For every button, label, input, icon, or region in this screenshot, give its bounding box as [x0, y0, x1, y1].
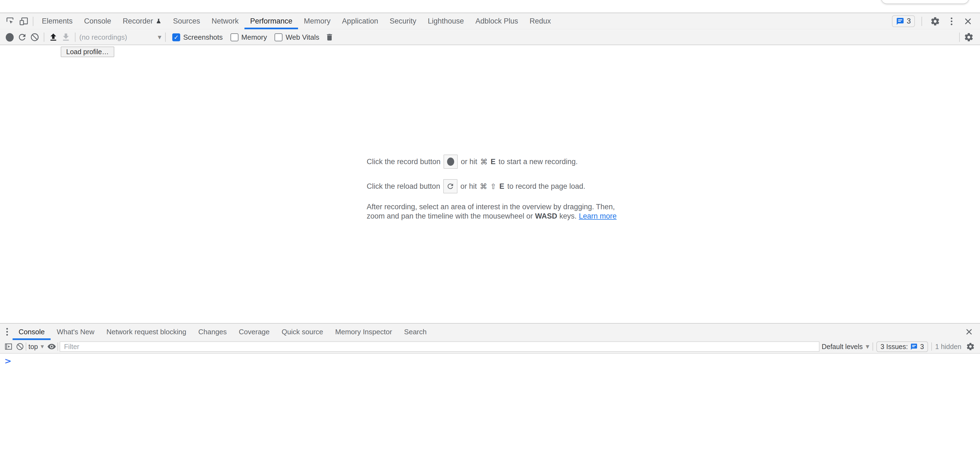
javascript-context-selector[interactable]: top ▼: [29, 343, 44, 351]
reload-instruction-row: Click the reload button or hit ⌘ ⇧ E to …: [367, 179, 618, 193]
tab-redux[interactable]: Redux: [524, 13, 557, 29]
divider: [931, 343, 932, 351]
tabbar-right-controls: 3: [892, 15, 976, 28]
tips-paragraph: After recording, select an area of inter…: [367, 202, 618, 221]
device-toolbar-icon: [18, 16, 29, 27]
console-settings-button[interactable]: [965, 341, 976, 352]
drawer-tab-quick-source[interactable]: Quick source: [275, 324, 329, 340]
close-devtools-button[interactable]: [961, 15, 975, 28]
delete-recording-button[interactable]: [323, 31, 336, 43]
reload-button-illustration: [443, 179, 457, 193]
tab-console[interactable]: Console: [78, 13, 117, 29]
reload-and-record-button[interactable]: [16, 31, 29, 43]
command-key-icon: ⌘: [480, 158, 488, 166]
divider: [33, 17, 33, 26]
trash-icon: [325, 33, 334, 42]
experiment-beaker-icon: [156, 18, 162, 25]
dropdown-arrow-icon: ▼: [41, 344, 44, 349]
load-profile-tooltip: Load profile…: [61, 46, 114, 57]
console-prompt-chevron[interactable]: >: [5, 356, 11, 366]
divider: [75, 33, 75, 42]
close-icon: [964, 17, 972, 26]
log-levels-dropdown[interactable]: Default levels ▼: [822, 343, 869, 351]
tab-adblock-plus[interactable]: Adblock Plus: [470, 13, 524, 29]
checkbox-unchecked-icon[interactable]: [275, 33, 282, 41]
console-messages-area[interactable]: >: [0, 354, 980, 459]
drawer-tab-whats-new[interactable]: What's New: [51, 324, 100, 340]
drawer-more-tools-button[interactable]: [2, 328, 13, 336]
drawer-tab-coverage[interactable]: Coverage: [233, 324, 275, 340]
web-vitals-checkbox[interactable]: Web Vitals: [275, 33, 319, 41]
drawer-tab-console[interactable]: Console: [13, 324, 51, 340]
devtools-window: Elements Console Recorder Sources Networ…: [0, 0, 980, 459]
eye-icon: [47, 342, 56, 351]
cutoff-browser-pill: [881, 0, 969, 4]
issues-bubble-icon: [910, 343, 918, 351]
more-options-button[interactable]: [945, 18, 958, 25]
divider: [959, 33, 960, 42]
create-live-expression-button[interactable]: [46, 341, 57, 352]
clear-console-button[interactable]: [14, 341, 26, 352]
record-icon: [447, 158, 454, 166]
console-sidebar-toggle-button[interactable]: [3, 341, 14, 352]
divider: [873, 343, 873, 351]
clear-recording-button[interactable]: [29, 31, 41, 43]
browser-top-strip: [0, 0, 980, 13]
console-issues-button[interactable]: 3 Issues: 3: [877, 341, 928, 352]
record-button[interactable]: [3, 31, 16, 43]
gear-icon: [930, 16, 940, 26]
landing-instructions: Click the record button or hit ⌘ E to st…: [367, 155, 618, 221]
reload-icon: [17, 32, 27, 42]
screenshots-checkbox[interactable]: ✓ Screenshots: [172, 33, 223, 41]
reload-icon: [446, 182, 455, 190]
memory-checkbox[interactable]: Memory: [231, 33, 267, 41]
settings-button[interactable]: [929, 15, 942, 28]
drawer-tab-network-request-blocking[interactable]: Network request blocking: [100, 324, 192, 340]
performance-panel-body: Click the record button or hit ⌘ E to st…: [0, 46, 980, 323]
hidden-messages-label: 1 hidden: [935, 343, 961, 351]
tab-network[interactable]: Network: [206, 13, 245, 29]
capture-settings-button[interactable]: [963, 31, 975, 43]
checkbox-checked-icon[interactable]: ✓: [172, 33, 180, 41]
load-profile-button[interactable]: [47, 31, 60, 43]
download-arrow-icon: [61, 32, 71, 42]
block-icon: [30, 33, 40, 42]
save-profile-button[interactable]: [60, 31, 72, 43]
tab-memory[interactable]: Memory: [298, 13, 336, 29]
device-toolbar-button[interactable]: [17, 15, 30, 28]
drawer-tab-memory-inspector[interactable]: Memory Inspector: [329, 324, 398, 340]
drawer-right: [963, 324, 978, 340]
drawer-tab-changes[interactable]: Changes: [192, 324, 233, 340]
record-button-illustration: [444, 155, 458, 169]
tab-security[interactable]: Security: [384, 13, 422, 29]
block-icon: [16, 343, 24, 351]
dropdown-arrow-icon: ▼: [158, 35, 161, 40]
tab-recorder[interactable]: Recorder: [117, 13, 167, 29]
drawer-tab-search[interactable]: Search: [398, 324, 433, 340]
tab-performance[interactable]: Performance: [245, 13, 298, 29]
drawer-close-button[interactable]: [963, 325, 975, 338]
performance-toolbar: (no recordings) ▼ ✓ Screenshots Memory W…: [0, 30, 980, 45]
console-filter-input[interactable]: [60, 341, 819, 352]
inspect-element-button[interactable]: [4, 15, 17, 28]
record-icon: [6, 33, 14, 41]
divider: [165, 33, 166, 42]
close-icon: [965, 328, 973, 336]
issues-button[interactable]: 3: [892, 15, 915, 27]
tab-elements[interactable]: Elements: [36, 13, 78, 29]
record-instruction-row: Click the record button or hit ⌘ E to st…: [367, 155, 618, 169]
console-issues-count: 3: [920, 343, 924, 351]
divider: [44, 33, 44, 42]
tab-sources[interactable]: Sources: [167, 13, 206, 29]
issues-bubble-icon: [896, 17, 904, 26]
panel-tabs: Elements Console Recorder Sources Networ…: [36, 13, 557, 29]
tab-application[interactable]: Application: [336, 13, 384, 29]
checkbox-unchecked-icon[interactable]: [231, 33, 239, 41]
dropdown-arrow-icon: ▼: [866, 344, 869, 349]
tab-lighthouse[interactable]: Lighthouse: [422, 13, 470, 29]
recordings-select[interactable]: (no recordings) ▼: [79, 33, 161, 41]
command-key-icon: ⌘: [480, 182, 487, 191]
upload-arrow-icon: [48, 32, 58, 42]
console-toolbar-right: Default levels ▼ 3 Issues: 3 1 hidden: [822, 341, 977, 352]
learn-more-link[interactable]: Learn more: [579, 212, 617, 221]
